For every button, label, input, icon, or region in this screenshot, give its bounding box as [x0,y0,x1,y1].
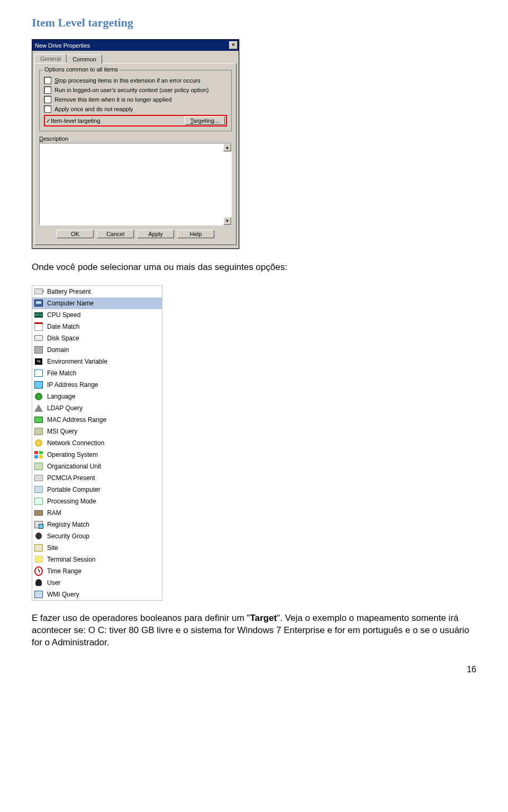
apply-button[interactable]: Apply [137,230,174,238]
net-icon [34,439,43,447]
option-label: Processing Mode [47,498,96,505]
proc-icon [34,497,43,506]
option-ip[interactable]: IP Address Range [32,379,162,391]
cancel-button[interactable]: Cancel [97,230,134,238]
option-label: Security Group [47,533,89,540]
ip-icon [34,381,43,389]
option-term[interactable]: Terminal Session [32,554,162,565]
page-number: 16 [32,665,476,674]
option-label: Environment Variable [47,358,107,365]
ram-icon [34,509,43,517]
groupbox-legend: Options common to all items [43,66,120,73]
option-computer[interactable]: Computer Name [32,297,162,309]
option-label: Terminal Session [47,556,95,563]
user-icon [34,579,43,587]
reg-icon [34,520,43,529]
scroll-up-icon[interactable]: ▲ [223,143,231,151]
option-proc[interactable]: Processing Mode [32,495,162,507]
dialog-titlebar[interactable]: New Drive Properties × [32,40,239,51]
site-icon [34,544,43,552]
option-sec[interactable]: Security Group [32,530,162,542]
option-pcm[interactable]: PCMCIA Present [32,472,162,484]
option-mac[interactable]: MAC Address Range [32,414,162,426]
option-label: MSI Query [47,428,77,435]
option-env[interactable]: %Environment Variable [32,356,162,367]
pcm-icon [34,474,43,482]
option-reg[interactable]: Registry Match [32,519,162,530]
option-label: Operating System [47,451,98,458]
file-icon [34,369,43,377]
help-button[interactable]: Help [177,230,214,238]
option-label: Battery Present [47,288,91,295]
option-label: RAM [47,509,61,517]
highlight-item-level: ✓ Item-level targeting Targeting... [44,115,227,127]
option-os[interactable]: Operating System [32,449,162,461]
domain-icon [34,346,43,354]
option-label: File Match [47,369,76,377]
ou-icon [34,462,43,471]
option-label: Domain [47,346,69,354]
option-label: Computer Name [47,300,94,307]
checkbox-remove[interactable] [44,96,51,103]
option-port[interactable]: Portable Computer [32,484,162,495]
tab-general[interactable]: General [34,54,67,63]
option-label: Language [47,393,75,400]
option-domain[interactable]: Domain [32,344,162,356]
check-label-applyonce: Apply once and do not reapply [55,106,133,112]
check-label-runctx: Run in logged-on user's security context… [55,87,208,93]
option-label: IP Address Range [47,381,98,389]
time-icon [34,567,43,575]
option-user[interactable]: User [32,577,162,589]
option-site[interactable]: Site [32,542,162,554]
check-label-stop: Stop processing items in this extension … [55,77,201,84]
ldap-icon [34,404,43,412]
option-label: PCMCIA Present [47,474,95,482]
option-label: Network Connection [47,439,104,447]
option-label: Date Match [47,323,79,330]
ok-button[interactable]: OK [57,230,94,238]
term-icon [34,555,43,564]
option-lang[interactable]: Language [32,391,162,402]
description-textarea[interactable]: ▲ ▼ [39,143,232,225]
targeting-options-list: Battery PresentComputer NameMHzCPU Speed… [32,285,162,601]
checkbox-runctx[interactable] [44,86,51,94]
option-msi[interactable]: MSI Query [32,426,162,437]
description-label: Description [39,136,232,142]
option-label: WMI Query [47,591,79,598]
option-ou[interactable]: Organizational Unit [32,461,162,472]
option-date[interactable]: Date Match [32,321,162,332]
option-time[interactable]: Time Range [32,565,162,577]
tab-common[interactable]: Common [67,55,102,64]
battery-icon [34,287,43,296]
paragraph-1: Onde você pode selecionar uma ou mais da… [32,261,476,274]
option-label: LDAP Query [47,404,83,412]
option-label: Disk Space [47,335,79,342]
checkbox-itemlevel[interactable]: ✓ [46,118,51,124]
targeting-button[interactable]: Targeting... [185,116,225,125]
option-label: Portable Computer [47,486,101,493]
option-ldap[interactable]: LDAP Query [32,402,162,414]
close-icon[interactable]: × [229,41,238,49]
option-label: Time Range [47,567,81,575]
option-file[interactable]: File Match [32,367,162,379]
msi-icon [34,427,43,436]
env-icon: % [34,357,43,366]
mac-icon [34,416,43,424]
option-net[interactable]: Network Connection [32,437,162,449]
option-ram[interactable]: RAM [32,507,162,519]
os-icon [34,450,43,459]
option-cpu[interactable]: MHzCPU Speed [32,309,162,321]
checkbox-applyonce[interactable] [44,105,51,113]
check-label-remove: Remove this item when it is no longer ap… [55,96,171,103]
option-label: CPU Speed [47,311,80,319]
tab-panel-common: Options common to all items Stop process… [34,63,237,245]
options-groupbox: Options common to all items Stop process… [39,70,232,131]
checkbox-stop[interactable] [44,77,51,84]
option-wmi[interactable]: WMI Query [32,589,162,600]
check-label-itemlevel: Item-level targeting [51,118,101,124]
lang-icon [34,392,43,401]
scroll-down-icon[interactable]: ▼ [223,217,231,225]
port-icon [34,485,43,494]
option-battery[interactable]: Battery Present [32,286,162,297]
option-disk[interactable]: Disk Space [32,332,162,344]
